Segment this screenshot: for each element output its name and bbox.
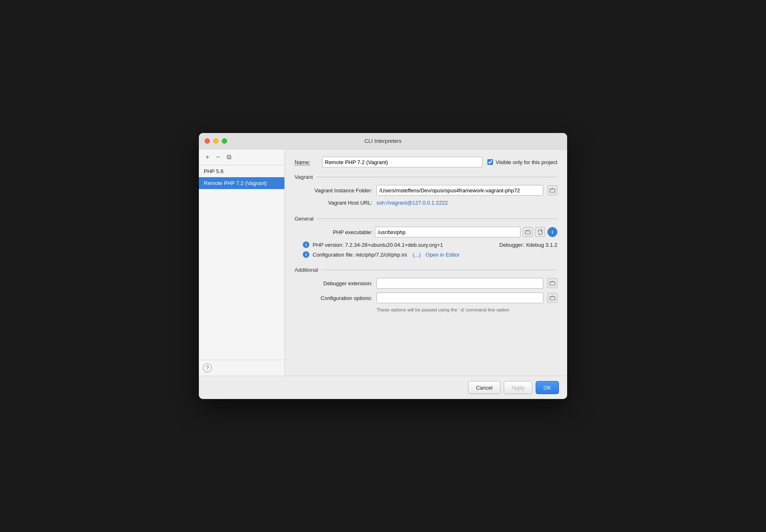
config-ellipsis: (...) <box>413 252 421 258</box>
config-options-input[interactable] <box>376 293 543 303</box>
interpreter-item-selected[interactable]: Remote PHP 7.2 (Vagrant) <box>199 177 284 189</box>
vagrant-section-title: Vagrant <box>295 174 313 180</box>
vagrant-instance-input[interactable] <box>376 185 543 196</box>
php-exec-info-button[interactable]: i <box>547 227 557 237</box>
additional-section: Additional Debugger extension: Configura… <box>295 267 557 312</box>
svg-rect-0 <box>550 189 555 192</box>
open-in-editor-link[interactable]: Open in Editor <box>426 252 460 258</box>
general-section-line <box>317 219 557 219</box>
php-exec-refresh-button[interactable] <box>535 227 545 237</box>
cancel-button[interactable]: Cancel <box>468 381 500 394</box>
title-bar: CLI Interpreters <box>199 133 567 149</box>
config-hint: These options will be passed using the '… <box>295 307 557 312</box>
additional-section-title: Additional <box>295 267 318 273</box>
dialog-window: CLI Interpreters + − ⧉ PHP 5.6 Remote PH… <box>199 133 567 399</box>
svg-rect-2 <box>550 282 555 285</box>
left-panel-toolbar: + − ⧉ <box>199 149 284 165</box>
name-input[interactable] <box>322 157 482 167</box>
maximize-button[interactable] <box>222 138 227 144</box>
close-button[interactable] <box>205 138 210 144</box>
visible-checkbox[interactable] <box>487 159 493 165</box>
php-exec-folder-button[interactable] <box>523 227 533 237</box>
vagrant-section: Vagrant Vagrant Instance Folder: Vagrant… <box>295 174 557 210</box>
vagrant-section-header: Vagrant <box>295 174 557 180</box>
name-row: Name: Visible only for this project <box>295 157 557 167</box>
left-panel: + − ⧉ PHP 5.6 Remote PHP 7.2 (Vagrant) ? <box>199 149 285 376</box>
php-exec-input[interactable] <box>375 227 520 237</box>
apply-button[interactable]: Apply <box>504 381 533 394</box>
window-title: CLI Interpreters <box>365 138 401 144</box>
traffic-lights <box>205 138 227 144</box>
right-panel: Name: Visible only for this project Vagr… <box>285 149 567 376</box>
debugger-ext-input[interactable] <box>376 278 543 289</box>
debugger-text: Debugger: Xdebug 3.1.2 <box>499 242 557 248</box>
config-options-folder-button[interactable] <box>547 293 557 303</box>
php-exec-label: PHP executable: <box>303 229 372 235</box>
vagrant-host-row: Vagrant Host URL: ssh://vagrant@127.0.0.… <box>295 200 557 206</box>
general-section-title: General <box>295 216 313 222</box>
php-exec-row: PHP executable: <box>295 227 557 237</box>
remove-interpreter-button[interactable]: − <box>214 153 223 162</box>
svg-rect-3 <box>550 297 555 300</box>
vagrant-host-label: Vagrant Host URL: <box>303 200 372 206</box>
debugger-ext-folder-button[interactable] <box>547 278 557 288</box>
config-file-text: Configuration file: /etc/php/7.2/cli/php… <box>313 252 407 258</box>
left-panel-bottom: ? <box>199 360 284 376</box>
visible-label: Visible only for this project <box>496 159 557 165</box>
vagrant-instance-folder-button[interactable] <box>547 185 557 195</box>
php-version-row: i PHP version: 7.2.34-28+ubuntu20.04.1+d… <box>295 241 557 248</box>
php-version-text: PHP version: 7.2.34-28+ubuntu20.04.1+deb… <box>313 242 443 248</box>
name-label: Name: <box>295 159 317 165</box>
add-interpreter-button[interactable]: + <box>203 153 212 162</box>
visible-checkbox-area: Visible only for this project <box>487 159 557 165</box>
general-section-header: General <box>295 216 557 222</box>
general-section: General PHP executable: <box>295 216 557 261</box>
ok-button[interactable]: OK <box>536 381 559 394</box>
php-version-icon: i <box>303 241 309 248</box>
dialog-body: + − ⧉ PHP 5.6 Remote PHP 7.2 (Vagrant) ?… <box>199 149 567 376</box>
interpreter-item[interactable]: PHP 5.6 <box>199 165 284 177</box>
help-button[interactable]: ? <box>203 363 212 372</box>
vagrant-instance-row: Vagrant Instance Folder: <box>295 185 557 196</box>
debugger-ext-row: Debugger extension: <box>295 278 557 289</box>
vagrant-section-line <box>316 177 557 177</box>
debugger-ext-label: Debugger extension: <box>303 280 372 286</box>
config-file-icon: i <box>303 251 309 258</box>
vagrant-host-link[interactable]: ssh://vagrant@127.0.0.1:2222 <box>376 200 448 206</box>
interpreter-list: PHP 5.6 Remote PHP 7.2 (Vagrant) <box>199 165 284 360</box>
config-file-row: i Configuration file: /etc/php/7.2/cli/p… <box>295 251 557 258</box>
copy-interpreter-button[interactable]: ⧉ <box>224 153 233 162</box>
config-options-row: Configuration options: <box>295 293 557 303</box>
svg-rect-1 <box>525 231 530 234</box>
config-options-label: Configuration options: <box>303 295 372 301</box>
vagrant-instance-label: Vagrant Instance Folder: <box>303 187 372 194</box>
additional-section-header: Additional <box>295 267 557 273</box>
dialog-footer: Cancel Apply OK <box>199 376 567 399</box>
additional-section-line <box>321 270 557 270</box>
minimize-button[interactable] <box>213 138 219 144</box>
